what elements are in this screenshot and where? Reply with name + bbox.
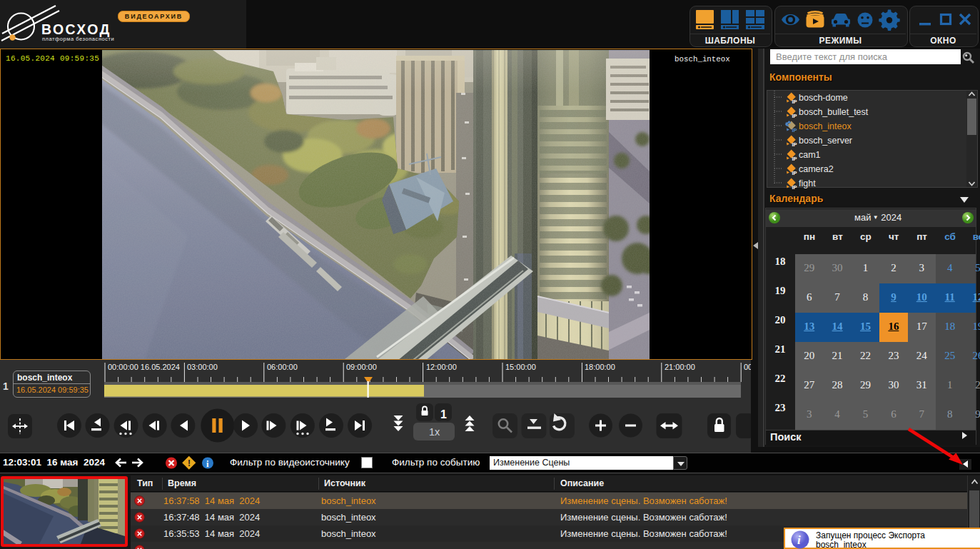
svg-text:i: i [797, 533, 801, 547]
svg-text:03:00:00: 03:00:00 [187, 363, 218, 371]
svg-text:06:00:00: 06:00:00 [267, 363, 298, 371]
svg-text:IP: IP [792, 99, 797, 105]
svg-text:15:00:00: 15:00:00 [505, 363, 536, 371]
svg-text:1x: 1x [429, 426, 440, 438]
svg-text:00:00:00 16.05.2024: 00:00:00 16.05.2024 [108, 363, 180, 371]
svg-text:IP: IP [792, 113, 797, 119]
svg-text:i: i [206, 459, 209, 469]
svg-text:IP: IP [792, 184, 797, 191]
svg-text:12:00:00: 12:00:00 [426, 363, 457, 371]
svg-text:IP: IP [792, 170, 797, 176]
svg-text:18:00:00: 18:00:00 [585, 363, 615, 371]
svg-text:IP: IP [792, 156, 797, 162]
svg-text:IP: IP [792, 141, 797, 148]
svg-text:09:00:00: 09:00:00 [346, 363, 377, 371]
svg-text:21:00:00: 21:00:00 [665, 363, 695, 371]
svg-text:1: 1 [440, 408, 447, 420]
svg-text:IP: IP [792, 127, 797, 134]
svg-text:!: ! [188, 458, 191, 468]
svg-text:00:0: 00:0 [744, 363, 751, 371]
